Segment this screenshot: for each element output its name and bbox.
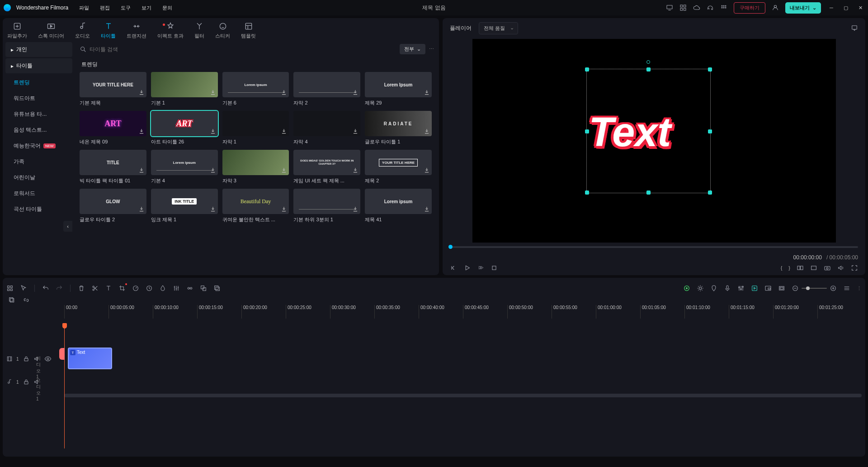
title-card[interactable]: GLOW글로우 타이틀 2 (80, 189, 146, 223)
card-thumb[interactable]: GLOW (80, 189, 146, 214)
tab-titles[interactable]: 타이틀 (101, 22, 116, 39)
audio-lock-icon[interactable] (23, 378, 30, 386)
card-thumb[interactable]: YOUR TITLE HERE (365, 150, 432, 175)
filter-dropdown[interactable]: 전부⌄ (400, 44, 425, 54)
card-thumb[interactable]: Lorem ipsum (222, 72, 289, 97)
card-thumb[interactable]: Lorem ipsum (151, 150, 218, 175)
card-thumb[interactable]: TITLE (80, 150, 146, 175)
safezone-icon[interactable] (778, 285, 785, 292)
sidebar-item-childrensday[interactable]: 어린이날 (5, 170, 72, 186)
download-icon[interactable] (281, 89, 287, 95)
tab-audio[interactable]: 오디오 (75, 22, 90, 39)
card-thumb[interactable]: Lorem Ipsum (365, 72, 432, 97)
account-icon[interactable] (772, 4, 779, 11)
apps-icon[interactable] (720, 4, 727, 11)
text-icon[interactable] (105, 285, 112, 292)
card-thumb[interactable]: RADIATE (365, 111, 432, 136)
title-card[interactable]: ART네온 제목 09 (80, 111, 146, 145)
tab-filters[interactable]: 필터 (194, 22, 204, 39)
cloud-icon[interactable] (693, 4, 700, 11)
next-frame-button[interactable] (477, 264, 484, 272)
scrub-knob[interactable] (448, 245, 453, 249)
card-thumb[interactable]: YOUR TITLE HERE (80, 72, 146, 97)
sidebar-item-trending[interactable]: 트렌딩 (5, 75, 72, 91)
selection-box[interactable] (586, 69, 711, 193)
rotate-handle[interactable] (646, 60, 650, 64)
tab-stock[interactable]: 스톡 미디어 (38, 22, 64, 39)
export-button[interactable]: 내보내기⌄ (785, 2, 821, 14)
ruler-tick[interactable]: 00:00:20:00 (241, 305, 286, 319)
keyframe-link-icon[interactable] (186, 285, 193, 292)
handle-tr[interactable] (708, 67, 712, 71)
card-thumb[interactable]: Beautiful Day (222, 189, 289, 214)
audio-lane[interactable] (68, 372, 862, 392)
card-thumb[interactable] (222, 111, 289, 136)
prev-frame-button[interactable] (450, 264, 457, 272)
ruler-tick[interactable]: 00:00:55:00 (552, 305, 596, 319)
timeline-hscroll[interactable] (64, 394, 862, 397)
title-card[interactable]: YOUR TITLE HERE기본 제목 (80, 72, 146, 106)
download-icon[interactable] (138, 206, 145, 212)
download-icon[interactable] (210, 167, 216, 173)
menu-tools[interactable]: 도구 (121, 5, 131, 11)
ruler-tick[interactable]: 00:00:10:00 (153, 305, 197, 319)
sidebar-group-titles[interactable]: ▸타이틀 (5, 58, 72, 73)
download-icon[interactable] (138, 89, 145, 95)
ruler-tick[interactable]: 00:00:45:00 (463, 305, 507, 319)
title-card[interactable]: RADIATE글로우 타이틀 1 (365, 111, 432, 145)
lock-icon[interactable] (23, 355, 30, 362)
tab-effects[interactable]: 이펙트 효과 (157, 22, 184, 39)
timeline-ruler[interactable]: 00:0000:00:05:0000:00:10:0000:00:15:0000… (64, 305, 862, 319)
sidebar-item-voicetext[interactable]: 음성 텍스트... (5, 122, 72, 138)
library-icon[interactable] (679, 4, 687, 11)
play-button[interactable] (463, 264, 471, 272)
redo-icon[interactable] (56, 285, 63, 292)
card-thumb[interactable] (222, 150, 289, 175)
handle-bm[interactable] (646, 191, 651, 195)
download-icon[interactable] (138, 128, 145, 134)
ruler-tick[interactable]: 00:01:20:00 (773, 305, 817, 319)
copy-tracks-icon[interactable] (8, 296, 15, 304)
title-card[interactable]: 기본 1 (151, 72, 218, 106)
card-thumb[interactable] (293, 189, 360, 214)
tab-stickers[interactable]: 스티커 (215, 22, 230, 39)
title-card[interactable]: 자막 4 (293, 111, 360, 145)
color-icon[interactable] (159, 285, 166, 292)
title-clip[interactable]: T Text (68, 348, 112, 369)
timeline-view-icon[interactable] (843, 285, 850, 292)
title-card[interactable]: Beautiful Day귀여운 불안한 텍스트 ... (222, 189, 289, 223)
title-card[interactable]: 자막 1 (222, 111, 289, 145)
title-card[interactable]: Lorem ipsum제목 41 (365, 189, 432, 223)
menu-help[interactable]: 문의 (162, 5, 172, 11)
sidebar-collapse-button[interactable]: ‹ (63, 221, 72, 232)
zoom-slider[interactable] (802, 288, 827, 289)
ruler-tick[interactable]: 00:01:10:00 (684, 305, 729, 319)
delete-icon[interactable] (78, 285, 85, 292)
download-icon[interactable] (210, 89, 216, 95)
sidebar-item-family[interactable]: 가족 (5, 154, 72, 170)
card-thumb[interactable]: DOES MIDAS' GOLDEN TOUCH WORK IN CHAPTER… (293, 150, 360, 175)
timeline-more-icon[interactable]: ⋮ (857, 286, 862, 291)
menu-file[interactable]: 파일 (79, 5, 89, 11)
ruler-tick[interactable]: 00:00:35:00 (374, 305, 419, 319)
render-icon[interactable] (751, 285, 758, 292)
scrub-bar[interactable] (443, 243, 865, 251)
gallery-more-icon[interactable]: ⋯ (429, 46, 434, 52)
title-card[interactable]: YOUR TITLE HERE제목 2 (365, 150, 432, 184)
tab-transitions[interactable]: 트랜지션 (127, 22, 146, 39)
download-icon[interactable] (352, 89, 359, 95)
handle-lm[interactable] (585, 129, 589, 133)
close-button[interactable]: ✕ (856, 5, 864, 11)
title-card[interactable]: DOES MIDAS' GOLDEN TOUCH WORK IN CHAPTER… (293, 150, 360, 184)
stop-button[interactable] (491, 264, 498, 272)
sidebar-group-personal[interactable]: ▸개인 (5, 42, 72, 57)
download-icon[interactable] (138, 167, 145, 173)
preview-stage[interactable]: Text (472, 39, 836, 243)
ruler-tick[interactable]: 00:01:00:00 (596, 305, 640, 319)
download-icon[interactable] (424, 128, 430, 134)
marker-icon[interactable] (710, 285, 717, 292)
timeline-zoom[interactable] (792, 285, 837, 292)
download-icon[interactable] (281, 167, 287, 173)
card-thumb[interactable]: ART (80, 111, 146, 136)
download-icon[interactable] (352, 206, 359, 212)
